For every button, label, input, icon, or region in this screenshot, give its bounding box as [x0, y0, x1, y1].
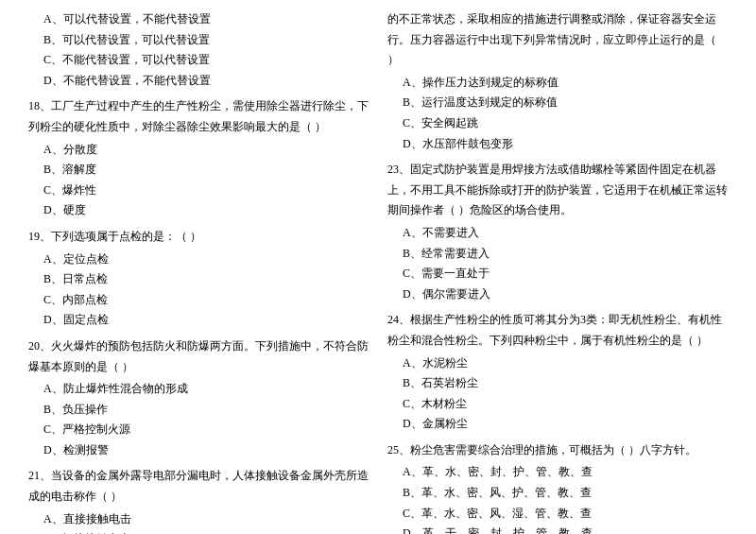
question-19: 19、下列选项属于点检的是：（ ） A、定位点检 B、日常点检 C、内部点检 D… — [28, 227, 369, 331]
left-column: A、可以代替设置，不能代替设置 B、可以代替设置，可以代替设置 C、不能代替设置… — [28, 9, 369, 534]
q18-option-a: A、分散度 — [28, 140, 369, 161]
q23-option-a: A、不需要进入 — [387, 223, 728, 244]
q25-option-c: C、革、水、密、风、湿、管、教、查 — [387, 504, 728, 525]
q22-option-a: A、操作压力达到规定的标称值 — [387, 73, 728, 94]
q24-option-d: D、金属粉尘 — [387, 414, 728, 435]
q23-option-d: D、偶尔需要进入 — [387, 284, 728, 305]
question-24-title: 24、根据生产性粉尘的性质可将其分为3类：即无机性粉尘、有机性粉尘和混合性粉尘。… — [387, 310, 728, 351]
q20-option-c: C、严格控制火源 — [28, 420, 369, 440]
q25-option-d: D、革、干、密、封、护、管、教、查 — [387, 524, 728, 534]
option-d: D、不能代替设置，不能代替设置 — [28, 71, 369, 92]
question-23: 23、固定式防护装置是用焊接方法或借助螺栓等紧固件固定在机器上，不用工具不能拆除… — [387, 160, 728, 304]
question-18: 18、工厂生产过程中产生的生产性粉尘，需使用除尘器进行除尘，下列粉尘的硬化性质中… — [28, 96, 369, 221]
question-22-cont: 的不正常状态，采取相应的措施进行调整或消除，保证容器安全运行。压力容器运行中出现… — [387, 9, 728, 154]
question-25-title: 25、粉尘危害需要综合治理的措施，可概括为（ ）八字方针。 — [387, 440, 728, 461]
q19-option-d: D、固定点检 — [28, 310, 369, 331]
q18-option-b: B、溶解度 — [28, 160, 369, 181]
q25-option-a: A、革、水、密、封、护、管、教、查 — [387, 462, 728, 483]
question-20: 20、火火爆炸的预防包括防火和防爆两方面。下列措施中，不符合防爆基本原则的是（ … — [28, 336, 369, 461]
q23-option-b: B、经常需要进入 — [387, 244, 728, 265]
q24-option-a: A、水泥粉尘 — [387, 353, 728, 374]
q23-option-c: C、需要一直处于 — [387, 264, 728, 284]
q22-option-b: B、运行温度达到规定的标称值 — [387, 93, 728, 113]
question-21-title: 21、当设备的金属外露导电部分漏电时，人体接触设备金属外壳所造成的电击称作（ ） — [28, 466, 369, 507]
question-20-title: 20、火火爆炸的预防包括防火和防爆两方面。下列措施中，不符合防爆基本原则的是（ … — [28, 336, 369, 377]
q20-option-b: B、负压操作 — [28, 400, 369, 421]
q20-option-d: D、检测报警 — [28, 440, 369, 461]
question-19-title: 19、下列选项属于点检的是：（ ） — [28, 227, 369, 248]
question-21: 21、当设备的金属外露导电部分漏电时，人体接触设备金属外壳所造成的电击称作（ ）… — [28, 466, 369, 534]
option-c: C、不能代替设置，可以代替设置 — [28, 50, 369, 71]
q24-option-c: C、木材粉尘 — [387, 394, 728, 415]
question-22-cont-title: 的不正常状态，采取相应的措施进行调整或消除，保证容器安全运行。压力容器运行中出现… — [387, 9, 728, 71]
q19-option-c: C、内部点检 — [28, 290, 369, 311]
q24-option-b: B、石英岩粉尘 — [387, 373, 728, 394]
option-a: A、可以代替设置，不能代替设置 — [28, 9, 369, 30]
q25-option-b: B、革、水、密、风、护、管、教、查 — [387, 483, 728, 504]
option-b: B、可以代替设置，可以代替设置 — [28, 30, 369, 51]
page-content: A、可以代替设置，不能代替设置 B、可以代替设置，可以代替设置 C、不能代替设置… — [28, 9, 728, 534]
q20-option-a: A、防止爆炸性混合物的形成 — [28, 379, 369, 400]
q18-option-c: C、爆炸性 — [28, 181, 369, 201]
q22-option-c: C、安全阀起跳 — [387, 113, 728, 134]
q21-option-a: A、直接接触电击 — [28, 509, 369, 530]
q22-option-d: D、水压部件鼓包变形 — [387, 134, 728, 155]
question-23-title: 23、固定式防护装置是用焊接方法或借助螺栓等紧固件固定在机器上，不用工具不能拆除… — [387, 160, 728, 221]
q19-option-a: A、定位点检 — [28, 250, 369, 270]
question-25: 25、粉尘危害需要综合治理的措施，可概括为（ ）八字方针。 A、革、水、密、封、… — [387, 440, 728, 534]
q21-option-b: B、间接接触电击 — [28, 529, 369, 534]
prev-question-options: A、可以代替设置，不能代替设置 B、可以代替设置，可以代替设置 C、不能代替设置… — [28, 9, 369, 91]
question-18-title: 18、工厂生产过程中产生的生产性粉尘，需使用除尘器进行除尘，下列粉尘的硬化性质中… — [28, 96, 369, 137]
question-24: 24、根据生产性粉尘的性质可将其分为3类：即无机性粉尘、有机性粉尘和混合性粉尘。… — [387, 310, 728, 435]
q18-option-d: D、硬度 — [28, 200, 369, 221]
right-column: 的不正常状态，采取相应的措施进行调整或消除，保证容器安全运行。压力容器运行中出现… — [387, 9, 728, 534]
q19-option-b: B、日常点检 — [28, 269, 369, 290]
